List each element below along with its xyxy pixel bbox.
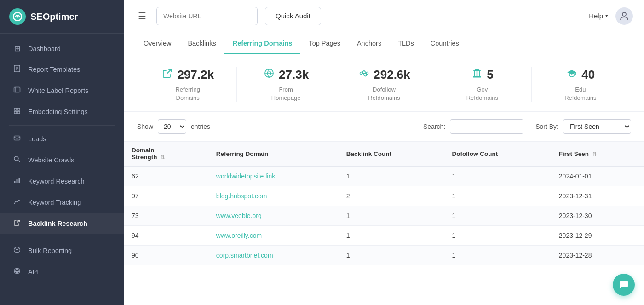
cell-backlink-count: 1 <box>339 246 445 265</box>
tab-countries[interactable]: Countries <box>422 32 467 54</box>
domain-link[interactable]: www.oreilly.com <box>216 232 262 239</box>
svg-rect-8 <box>14 108 17 110</box>
sidebar-item-label-backlink-research: Backlink Research <box>28 220 87 227</box>
cell-dofollow-count: 1 <box>445 186 552 206</box>
hamburger-button[interactable]: ☰ <box>135 8 149 24</box>
gov-stat-icon <box>471 67 483 82</box>
stat-from-homepage: 27.3k FromHomepage <box>237 67 335 102</box>
sidebar-item-keyword-tracking[interactable]: Keyword Tracking <box>0 192 124 213</box>
cell-referring-domain: corp.smartbrief.com <box>209 246 339 265</box>
svg-rect-12 <box>14 136 20 140</box>
cell-domain-strength: 73 <box>124 206 209 226</box>
tab-tlds[interactable]: TLDs <box>390 32 422 54</box>
brand-name: SEOptimer <box>30 12 78 22</box>
sidebar-item-keyword-research[interactable]: Keyword Research <box>0 171 124 192</box>
tab-anchors[interactable]: Anchors <box>349 32 390 54</box>
cell-referring-domain: www.veeble.org <box>209 206 339 226</box>
cell-first-seen: 2023-12-28 <box>552 246 644 265</box>
referring-domains-stat-label: ReferringDomains <box>175 86 200 102</box>
domain-link[interactable]: blog.hubspot.com <box>216 192 267 200</box>
sidebar-item-label-bulk-reporting: Bulk Reporting <box>28 247 72 254</box>
dofollow-stat-value: 292.6k <box>374 68 410 82</box>
svg-rect-17 <box>19 178 20 183</box>
help-button[interactable]: Help ▾ <box>589 12 608 20</box>
white-label-reports-icon <box>12 86 22 95</box>
col-backlink-count: Backlink Count <box>339 142 445 167</box>
stat-gov-refdomains: 5 GovRefdomains <box>433 67 531 102</box>
domain-link[interactable]: corp.smartbrief.com <box>216 252 273 259</box>
main-content: ☰ Quick Audit Help ▾ Overview Backlinks … <box>124 0 644 305</box>
svg-rect-27 <box>474 71 475 76</box>
sidebar-item-api[interactable]: API <box>0 261 124 282</box>
user-avatar[interactable] <box>615 7 633 25</box>
sidebar-item-report-templates[interactable]: Report Templates <box>0 59 124 80</box>
quick-audit-button[interactable]: Quick Audit <box>265 7 321 25</box>
cell-referring-domain: worldwidetopsite.link <box>209 166 339 186</box>
col-first-seen: First Seen ⇅ <box>552 142 644 167</box>
tab-overview[interactable]: Overview <box>135 32 179 54</box>
tab-top-pages[interactable]: Top Pages <box>300 32 349 54</box>
table-row: 90 corp.smartbrief.com 1 1 2023-12-28 <box>124 246 644 265</box>
tabs-bar: Overview Backlinks Referring Domains Top… <box>124 32 644 54</box>
keyword-research-icon <box>12 177 22 186</box>
sidebar-item-website-crawls[interactable]: Website Crawls <box>0 150 124 171</box>
stat-referring-domains: 297.2k ReferringDomains <box>139 67 237 102</box>
sidebar-item-label-keyword-tracking: Keyword Tracking <box>28 199 81 206</box>
sort-select[interactable]: First Seen Domain Strength Backlink Coun… <box>563 119 631 134</box>
domain-link[interactable]: worldwidetopsite.link <box>216 173 275 180</box>
referring-domains-stat-value: 297.2k <box>177 68 214 82</box>
dofollow-stat-label: DofollowRefdomains <box>368 86 400 102</box>
url-input[interactable] <box>156 7 258 25</box>
cell-domain-strength: 62 <box>124 166 209 186</box>
brand-logo: SEOptimer <box>0 0 124 34</box>
cell-backlink-count: 2 <box>339 186 445 206</box>
api-icon <box>12 267 22 276</box>
col-domain-strength: DomainStrength ⇅ <box>124 142 209 167</box>
sidebar-item-white-label-reports[interactable]: White Label Reports <box>0 80 124 101</box>
sidebar-item-backlink-research[interactable]: Backlink Research <box>0 213 124 234</box>
svg-rect-9 <box>17 108 20 110</box>
entries-select[interactable]: 20 10 50 100 <box>158 119 186 134</box>
chat-button[interactable] <box>613 274 635 296</box>
sidebar-item-label-api: API <box>28 268 39 276</box>
stat-edu-refdomains: 40 EduRefdomains <box>532 67 629 102</box>
entries-label: entries <box>191 123 210 130</box>
svg-rect-15 <box>14 181 16 183</box>
edu-stat-value: 40 <box>581 68 595 82</box>
help-label: Help <box>589 12 603 20</box>
sidebar-item-embedding-settings[interactable]: Embedding Settings <box>0 101 124 122</box>
referring-domains-stat-icon <box>161 67 173 82</box>
data-table: DomainStrength ⇅ Referring Domain Backli… <box>124 141 644 265</box>
sidebar-item-label-leads: Leads <box>28 135 46 143</box>
table-row: 73 www.veeble.org 1 1 2023-12-30 <box>124 206 644 226</box>
search-label: Search: <box>423 123 445 130</box>
sidebar-item-label-dashboard: Dashboard <box>28 45 61 52</box>
cell-dofollow-count: 1 <box>445 246 552 265</box>
cell-first-seen: 2024-01-01 <box>552 166 644 186</box>
cell-dofollow-count: 1 <box>445 206 552 226</box>
svg-rect-29 <box>479 71 481 76</box>
svg-line-14 <box>18 160 20 162</box>
sidebar: SEOptimer ⊞ Dashboard Report Templates W… <box>0 0 124 305</box>
show-label: Show <box>137 123 153 130</box>
from-homepage-stat-icon <box>263 67 275 82</box>
logo-icon <box>9 8 26 25</box>
edu-stat-icon <box>566 67 578 82</box>
tab-backlinks[interactable]: Backlinks <box>179 32 224 54</box>
tab-referring-domains[interactable]: Referring Domains <box>224 32 301 54</box>
svg-rect-30 <box>473 76 481 78</box>
sidebar-item-leads[interactable]: Leads <box>0 128 124 150</box>
sidebar-item-dashboard[interactable]: ⊞ Dashboard <box>0 38 124 59</box>
domain-link[interactable]: www.veeble.org <box>216 212 262 219</box>
help-chevron-icon: ▾ <box>605 13 608 19</box>
svg-point-21 <box>622 12 626 16</box>
svg-rect-10 <box>14 111 17 114</box>
domain-strength-sort-icon[interactable]: ⇅ <box>161 155 165 160</box>
cell-dofollow-count: 1 <box>445 226 552 246</box>
search-input[interactable] <box>450 119 523 134</box>
svg-point-24 <box>360 72 362 75</box>
sidebar-item-bulk-reporting[interactable]: Bulk Reporting <box>0 240 124 261</box>
first-seen-sort-icon[interactable]: ⇅ <box>592 151 597 157</box>
cell-first-seen: 2023-12-29 <box>552 226 644 246</box>
dofollow-stat-icon <box>358 67 370 82</box>
